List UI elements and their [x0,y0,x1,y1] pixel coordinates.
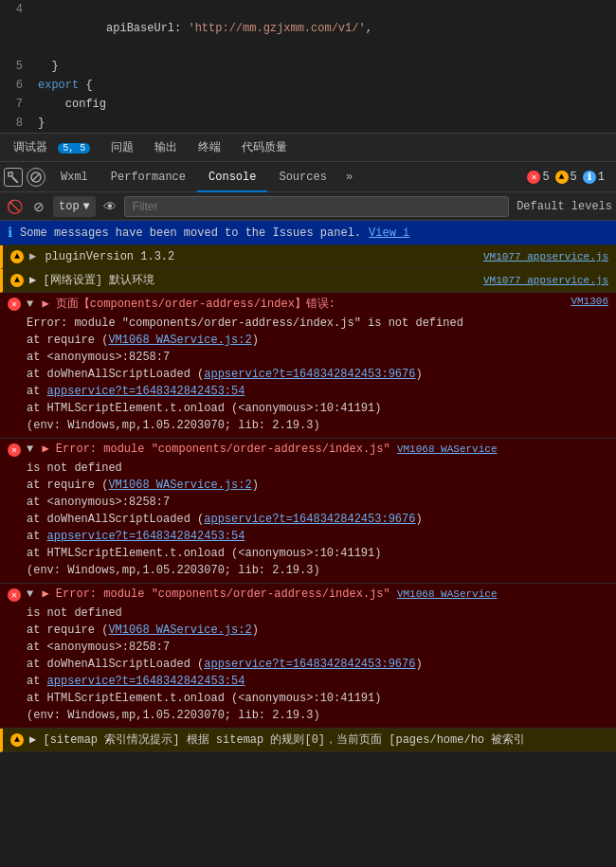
error-header-text: ▶ Error: module "components/order-addres… [27,587,608,601]
filter-input[interactable] [124,196,509,217]
error-source[interactable]: VM1306 [571,296,608,307]
info-bar-icon: ℹ [8,225,12,241]
line-content: } [30,114,45,133]
toggle-arrow[interactable] [27,298,33,311]
console-msg-plugin-version: ▲ pluginVersion 1.3.2 VM1077 appservice.… [0,245,616,269]
msg-source[interactable]: VM1077 appservice.js [483,272,608,289]
error-block-2: ✕ ▶ Error: module "components/order-addr… [0,439,616,584]
code-line-4: 4 apiBaseUrl: 'http://mm.gzjxmm.com/v1/'… [0,0,616,57]
tab-issues[interactable]: 问题 [101,135,143,161]
nav-performance[interactable]: Performance [100,162,197,192]
console-msg-sitemap: ▲ ▶ [sitemap 索引情况提示] 根据 sitemap 的规则[0]，当… [0,729,616,752]
tab-terminal-label: 终端 [198,141,221,154]
stack-link[interactable]: VM1068 WAService.js:2 [108,479,251,492]
error-icon: ✕ [8,298,21,311]
stack-line: (env: Windows,mp,1.05.2203070; lib: 2.19… [27,707,608,724]
info-bar-text: Some messages have been moved to the Iss… [20,226,361,240]
error-count: 5 [542,171,549,184]
error-source-inline[interactable]: VM1068 WAService [397,443,498,455]
error-header-3[interactable]: ✕ ▶ Error: module "components/order-addr… [0,584,616,605]
context-dropdown-icon: ▼ [83,200,90,213]
context-select[interactable]: top ▼ [53,196,96,217]
warning-icon: ▲ [10,733,24,747]
nav-more-label: » [346,171,353,184]
stack-link[interactable]: appservice?t=1648342842453:9676 [204,513,415,526]
stack-link[interactable]: VM1068 WAService.js:2 [108,623,251,637]
filter-icon-button[interactable]: ⊘ [28,196,49,217]
stack-line: at <anonymous>:8258:7 [27,494,608,511]
error-header-text: ▶ Error: module "components/order-addres… [27,442,608,456]
stack-link[interactable]: appservice?t=1648342842453:9676 [204,368,415,381]
ban-icon[interactable] [27,168,45,187]
error-body-1: Error: module "components/order-address/… [0,315,616,438]
stack-line: (env: Windows,mp,1.05.2203070; lib: 2.19… [27,417,608,434]
msg-text: pluginVersion 1.3.2 [29,248,478,265]
error-header-1[interactable]: ✕ ▶ 页面【components/order-address/index】错误… [0,293,616,315]
sitemap-text: ▶ [sitemap 索引情况提示] 根据 sitemap 的规则[0]，当前页… [29,732,608,749]
stack-line: at <anonymous>:8258:7 [27,639,608,656]
svg-line-1 [12,177,18,183]
code-line-7: 7 config [0,95,616,114]
info-count-badge: ℹ 1 [583,171,605,184]
tab-debugger[interactable]: 调试器 5, 5 [4,135,100,161]
line-content: } [30,57,59,76]
line-number: 7 [0,95,30,114]
tab-code-quality[interactable]: 代码质量 [232,135,297,161]
console-area[interactable]: ℹ Some messages have been moved to the I… [0,221,616,867]
stack-line: at appservice?t=1648342842453:54 [27,383,608,400]
toggle-arrow[interactable] [29,250,36,263]
stack-link[interactable]: appservice?t=1648342842453:54 [47,675,245,688]
info-bar-link[interactable]: View i [369,226,409,240]
nav-sources[interactable]: Sources [267,162,337,192]
stack-line: at HTMLScriptElement.t.onload (<anonymou… [27,690,608,707]
toggle-arrow[interactable] [27,443,33,456]
svg-rect-0 [9,172,12,176]
line-content: export { [30,76,93,95]
stack-line: at doWhenAllScriptLoaded (appservice?t=1… [27,656,608,673]
issues-info-bar: ℹ Some messages have been moved to the I… [0,221,616,245]
clear-console-button[interactable]: 🚫 [4,196,25,217]
stack-line: at require (VM1068 WAService.js:2) [27,477,608,494]
nav-console[interactable]: Console [197,162,267,192]
line-number: 6 [0,76,30,95]
stack-line: is not defined [27,605,608,622]
eye-icon-button[interactable]: 👁 [100,196,120,217]
stack-line: at HTMLScriptElement.t.onload (<anonymou… [27,545,608,562]
stack-line: at doWhenAllScriptLoaded (appservice?t=1… [27,511,608,528]
tab-code-quality-label: 代码质量 [242,141,287,154]
error-header-2[interactable]: ✕ ▶ Error: module "components/order-addr… [0,439,616,460]
msg-source[interactable]: VM1077 appservice.js [483,248,608,265]
stack-line: at appservice?t=1648342842453:54 [27,528,608,545]
error-badges: ✕ 5 ▲ 5 ℹ 1 [527,171,612,184]
msg-text: ▶ [网络设置] 默认环境 [29,272,478,289]
code-line-5: 5 } [0,57,616,76]
stack-line: Error: module "components/order-address/… [27,315,608,332]
error-icon: ✕ [8,443,21,457]
tab-terminal[interactable]: 终端 [189,135,230,161]
nav-wxml[interactable]: Wxml [49,162,100,192]
warning-icon: ▲ [10,274,24,287]
tab-debugger-badge: 5, 5 [58,143,90,154]
info-count: 1 [598,171,605,184]
code-editor: 4 apiBaseUrl: 'http://mm.gzjxmm.com/v1/'… [0,0,616,134]
default-levels-label: Default levels [516,200,612,213]
error-source-inline[interactable]: VM1068 WAService [397,588,498,600]
svg-line-3 [32,173,40,181]
line-content: apiBaseUrl: 'http://mm.gzjxmm.com/v1/', [30,0,372,57]
devtools-tabbar: 调试器 5, 5 问题 输出 终端 代码质量 [0,134,616,162]
console-msg-network-setting: ▲ ▶ [网络设置] 默认环境 VM1077 appservice.js [0,269,616,293]
nav-more[interactable]: » [338,171,360,184]
nav-console-label: Console [208,171,256,184]
stack-link[interactable]: appservice?t=1648342842453:54 [47,530,245,543]
error-block-1: ✕ ▶ 页面【components/order-address/index】错误… [0,293,616,439]
nav-performance-label: Performance [111,171,186,184]
toggle-arrow[interactable] [27,587,33,601]
stack-link[interactable]: appservice?t=1648342842453:54 [47,385,245,398]
error-header-text: ▶ 页面【components/order-address/index】错误: [27,296,565,312]
stack-link[interactable]: appservice?t=1648342842453:9676 [204,658,415,671]
inspect-icon[interactable] [4,168,23,187]
tab-output-label: 输出 [154,141,177,154]
error-count-badge: ✕ 5 [527,171,549,184]
tab-output[interactable]: 输出 [145,135,187,161]
stack-link[interactable]: VM1068 WAService.js:2 [108,334,251,347]
